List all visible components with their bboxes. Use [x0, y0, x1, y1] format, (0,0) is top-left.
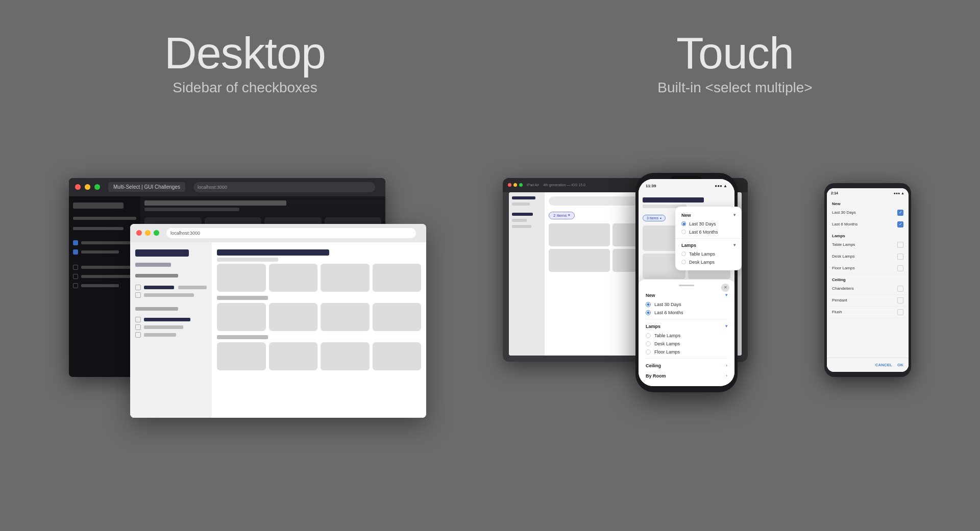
traffic-light-yellow[interactable] [85, 184, 90, 190]
browser-tab-dark[interactable]: Multi-Select | GUI Challenges [108, 182, 185, 192]
android-checkbox-flush[interactable] [897, 309, 903, 315]
android-item-desk-lamps[interactable]: Desk Lamps [827, 251, 909, 263]
ios-radio-floor-lamps[interactable] [646, 349, 651, 355]
android-checkbox-floor-lamps[interactable] [897, 265, 903, 271]
checkbox-dark-checked[interactable] [73, 240, 78, 245]
sidebar-white-line-dim [144, 333, 176, 337]
android-outer: 2:14 ●●● ▲ New Last 30 Days Last 6 Month… [824, 183, 911, 377]
ios-option-desk-lamps[interactable]: Desk Lamps [639, 340, 734, 348]
ios-radio-desk-lamps[interactable] [646, 341, 651, 346]
android-ok-button[interactable]: OK [897, 363, 903, 367]
ios-option-last30[interactable]: Last 30 Days [639, 300, 734, 309]
ipad-left-bar [512, 196, 535, 199]
checkbox-dark[interactable] [73, 283, 78, 288]
white-grid-item [217, 342, 266, 370]
sidebar-dark-item[interactable] [73, 272, 136, 281]
iphone-outer: 11:39 ●●● ▲ 3 Items ▾ [635, 173, 738, 392]
sidebar-white-item[interactable] [135, 285, 207, 290]
ios-option-table-lamps[interactable]: Table Lamps [639, 332, 734, 340]
dropdown-radio-desk-lamps[interactable] [681, 260, 686, 264]
android-action-bar: CANCEL OK [827, 358, 909, 372]
ios-section-new[interactable]: New ▾ [639, 290, 734, 300]
dropdown-radio-last30[interactable] [681, 221, 686, 226]
traffic-light-red-white[interactable] [136, 230, 142, 236]
traffic-light-green[interactable] [94, 184, 100, 190]
sidebar-dark-header [73, 203, 124, 209]
ipad-left-bar [512, 213, 533, 216]
dropdown-section-lamps[interactable]: Lamps ▾ [675, 241, 742, 250]
android-checkbox-table-lamps[interactable] [897, 242, 903, 248]
android-checkbox-pendant[interactable] [897, 297, 903, 304]
checkbox-dark[interactable] [73, 265, 78, 270]
sidebar-dark-item[interactable] [73, 238, 136, 247]
dropdown-divider [675, 238, 742, 239]
android-section-lamps: Lamps [827, 231, 909, 239]
sidebar-dark-item[interactable] [73, 263, 136, 272]
android-item-last6m[interactable]: Last 6 Months [827, 219, 909, 231]
dropdown-radio-table-lamps[interactable] [681, 251, 686, 256]
android-item-floor-lamps[interactable]: Floor Lamps [827, 263, 909, 274]
iphone-header-bar [643, 197, 704, 203]
ios-close-button[interactable]: ✕ [721, 284, 729, 292]
sidebar-white-item[interactable] [135, 317, 207, 322]
ios-option-last6m[interactable]: Last 6 Months [639, 309, 734, 317]
android-item-flush[interactable]: Flush [827, 307, 909, 318]
dropdown-item-desk-lamps[interactable]: Desk Lamps [675, 258, 742, 266]
sidebar-white-item[interactable] [135, 292, 207, 298]
white-product-grid-2 [217, 303, 421, 331]
ipad-filter-dropdown[interactable]: New ▾ Last 30 Days Last 6 Months [675, 207, 742, 270]
dropdown-section-new[interactable]: New ▾ [675, 211, 742, 220]
dropdown-item-last30[interactable]: Last 30 Days [675, 220, 742, 228]
android-checkbox-chandeliers[interactable] [897, 286, 903, 292]
android-checkbox-last30[interactable] [897, 210, 903, 216]
android-status-bar: 2:14 ●●● ▲ [827, 188, 909, 198]
browser-address-white[interactable]: localhost:3000 [166, 228, 416, 238]
ios-section-lamps[interactable]: Lamps ▾ [639, 321, 734, 332]
ios-section-byroom[interactable]: By Room › [639, 371, 734, 381]
android-item-last30[interactable]: Last 30 Days [827, 207, 909, 219]
sidebar-white-item[interactable] [135, 332, 207, 338]
checkbox-white[interactable] [135, 317, 141, 322]
checkbox-white[interactable] [135, 292, 141, 298]
white-grid-item [269, 342, 318, 370]
ios-filter-sheet[interactable]: ✕ New ▾ Last 30 Days Last 6 Months [639, 280, 734, 386]
sidebar-dark [69, 196, 140, 377]
sidebar-dark-item[interactable] [73, 247, 136, 257]
android-cancel-button[interactable]: CANCEL [875, 363, 892, 367]
android-checkbox-last6m[interactable] [897, 221, 903, 227]
ios-radio-last6m[interactable] [646, 310, 651, 315]
dropdown-radio-last6m[interactable] [681, 230, 686, 234]
traffic-light-red[interactable] [75, 184, 81, 190]
sidebar-dark-item [73, 215, 136, 222]
dropdown-item-table-lamps[interactable]: Table Lamps [675, 250, 742, 258]
desktop-heading: Desktop Sidebar of checkboxes [0, 31, 490, 96]
white-grid-item [217, 303, 266, 331]
android-checkbox-desk-lamps[interactable] [897, 254, 903, 260]
ipad-items-badge[interactable]: 2 Items ▾ [549, 212, 575, 219]
sidebar-dark-line [81, 241, 136, 244]
traffic-light-yellow-white[interactable] [145, 230, 151, 236]
android-item-chandeliers[interactable]: Chandeliers [827, 283, 909, 295]
browser-dark-bar: Multi-Select | GUI Challenges localhost:… [69, 178, 385, 196]
ios-option-floor-lamps[interactable]: Floor Lamps [639, 348, 734, 356]
android-item-pendant[interactable]: Pendant [827, 295, 909, 307]
traffic-light-green-white[interactable] [154, 230, 159, 236]
desktop-section: Multi-Select | GUI Challenges localhost:… [69, 178, 426, 423]
main-area-white [212, 242, 426, 418]
iphone-items-badge[interactable]: 3 Items ▾ [643, 215, 666, 221]
dropdown-item-last6m[interactable]: Last 6 Months [675, 228, 742, 236]
checkbox-white[interactable] [135, 324, 141, 330]
browser-address-dark[interactable]: localhost:3000 [193, 182, 375, 192]
ios-radio-table-lamps[interactable] [646, 333, 651, 338]
checkbox-white[interactable] [135, 332, 141, 338]
ios-divider [646, 319, 727, 319]
sidebar-dark-item[interactable] [73, 281, 136, 290]
checkbox-dark-checked[interactable] [73, 249, 78, 255]
checkbox-dark[interactable] [73, 274, 78, 279]
sidebar-white-item[interactable] [135, 324, 207, 330]
android-item-table-lamps[interactable]: Table Lamps [827, 239, 909, 251]
checkbox-white[interactable] [135, 285, 141, 290]
ios-section-ceiling[interactable]: Ceiling › [639, 361, 734, 371]
white-grid-item [217, 264, 266, 292]
ios-radio-last30[interactable] [646, 302, 651, 307]
